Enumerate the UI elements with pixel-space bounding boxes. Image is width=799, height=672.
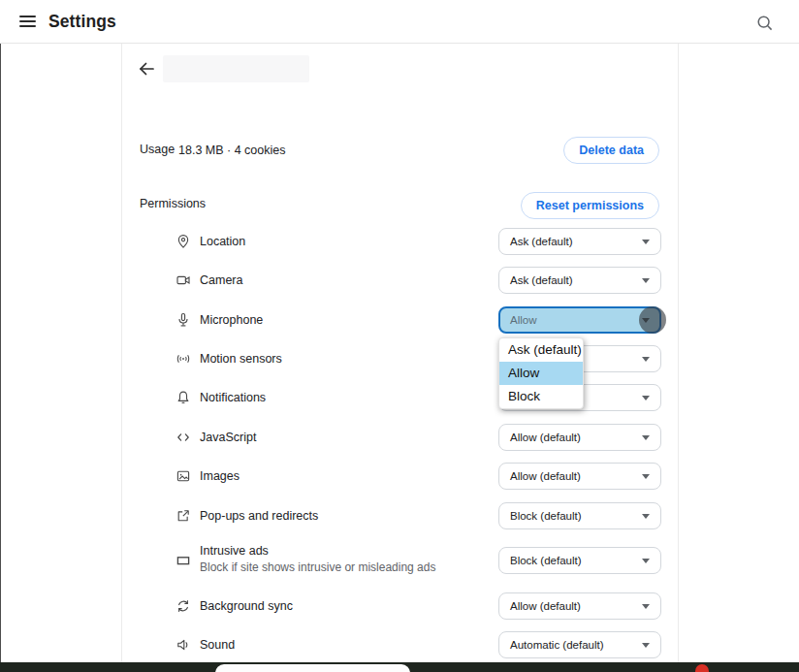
permission-row-microphone: Microphone Allow: [122, 306, 680, 334]
permissions-section-label: Permissions: [140, 197, 206, 210]
permission-label: Background sync: [200, 592, 293, 620]
hamburger-icon[interactable]: [19, 16, 36, 28]
permission-label: Pop-ups and redirects: [200, 502, 318, 529]
dropdown-option-ask[interactable]: Ask (default): [499, 338, 583, 362]
permission-label: Images: [200, 463, 240, 490]
microphone-icon: [176, 312, 191, 328]
permission-row-popups: Pop-ups and redirects Block (default): [122, 502, 680, 529]
javascript-select[interactable]: Allow (default): [498, 424, 661, 451]
permission-label: Location: [200, 228, 245, 255]
chevron-down-icon: [642, 318, 650, 323]
arrow-back-icon[interactable]: [136, 58, 157, 80]
location-select[interactable]: Ask (default): [498, 228, 661, 255]
chevron-down-icon: [642, 474, 650, 479]
select-value: Allow (default): [510, 464, 581, 489]
site-details-card: Usage 18.3 MB · 4 cookies Delete data Pe…: [121, 43, 679, 662]
record-dot-icon: [695, 664, 709, 672]
bottom-pill: [215, 664, 410, 672]
permission-label: Intrusive ads: [200, 543, 269, 560]
permission-row-camera: Camera Ask (default): [122, 267, 680, 294]
app-header: Settings: [0, 0, 799, 44]
chevron-down-icon: [642, 643, 650, 648]
select-value: Allow (default): [510, 425, 581, 450]
chevron-down-icon: [642, 240, 650, 244]
motion-sensors-icon: [176, 351, 191, 367]
site-name-placeholder: [163, 55, 309, 82]
permission-row-motion-sensors: Motion sensors: [122, 345, 680, 372]
permission-label: Notifications: [200, 384, 266, 411]
permission-row-location: Location Ask (default): [122, 228, 680, 255]
chevron-down-icon: [642, 278, 650, 283]
usage-section-label: Usage: [140, 143, 175, 156]
permission-label: Camera: [200, 267, 242, 294]
camera-icon: [176, 272, 191, 288]
select-value: Ask (default): [510, 268, 573, 293]
permission-row-background-sync: Background sync Allow (default): [122, 592, 680, 620]
permission-label: Sound: [200, 631, 235, 658]
chevron-down-icon: [642, 559, 650, 563]
usage-value: 18.3 MB · 4 cookies: [178, 137, 285, 164]
sound-icon: [176, 637, 191, 653]
select-value: Ask (default): [510, 229, 573, 254]
microphone-dropdown-popup: Ask (default) Allow Block: [498, 337, 584, 409]
ads-icon: [176, 553, 191, 568]
page-title: Settings: [48, 0, 116, 43]
popups-icon: [176, 508, 191, 524]
intrusive-ads-select[interactable]: Block (default): [498, 547, 661, 574]
permission-label: Motion sensors: [200, 345, 282, 372]
permission-row-sound: Sound Automatic (default): [122, 631, 680, 658]
reset-permissions-button[interactable]: Reset permissions: [521, 192, 659, 219]
select-value: Block (default): [510, 503, 582, 528]
select-value: Allow (default): [510, 593, 581, 619]
javascript-icon: [176, 430, 191, 445]
chevron-down-icon: [642, 357, 650, 362]
background-sync-icon: [176, 598, 191, 614]
images-icon: [176, 468, 191, 484]
delete-data-button[interactable]: Delete data: [563, 137, 659, 164]
permission-row-notifications: Notifications: [122, 384, 680, 411]
chevron-down-icon: [642, 435, 650, 440]
permission-row-images: Images Allow (default): [122, 463, 680, 490]
search-icon[interactable]: [755, 14, 775, 33]
permission-row-intrusive-ads: Intrusive ads Block if site shows intrus…: [122, 545, 680, 578]
sound-select[interactable]: Automatic (default): [498, 631, 661, 658]
images-select[interactable]: Allow (default): [498, 463, 661, 490]
bottom-taskbar: [0, 662, 799, 672]
background-sync-select[interactable]: Allow (default): [498, 592, 661, 620]
window-edge: [0, 44, 1, 662]
chevron-down-icon: [642, 604, 650, 609]
permission-row-javascript: JavaScript Allow (default): [122, 424, 680, 451]
select-value: Block (default): [510, 548, 582, 573]
chevron-down-icon: [642, 514, 650, 519]
select-value: Allow: [510, 308, 536, 332]
dropdown-option-block[interactable]: Block: [499, 385, 583, 408]
permission-sublabel: Block if site shows intrusive or mislead…: [200, 560, 435, 576]
permission-label: JavaScript: [200, 424, 256, 451]
dropdown-option-allow[interactable]: Allow: [499, 362, 583, 385]
microphone-select[interactable]: Allow: [498, 306, 661, 334]
select-value: Automatic (default): [510, 632, 604, 657]
location-icon: [176, 234, 191, 249]
camera-select[interactable]: Ask (default): [498, 267, 661, 294]
popups-select[interactable]: Block (default): [498, 502, 661, 529]
chevron-down-icon: [642, 396, 650, 400]
permission-label: Microphone: [200, 306, 263, 334]
notifications-icon: [176, 390, 191, 405]
